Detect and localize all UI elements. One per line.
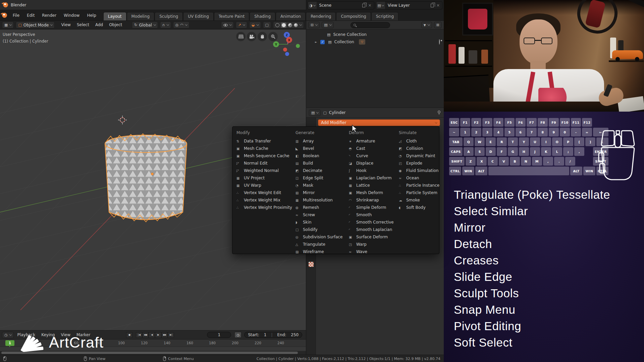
menu-item[interactable]: ◔Mask — [296, 182, 345, 189]
menu-item[interactable]: ◸Normal Edit — [236, 160, 291, 167]
snap-toggle[interactable]: ∩ — [160, 21, 171, 28]
viewport-menu-item[interactable]: View — [58, 21, 73, 28]
workspace-tab[interactable]: Texture Paint — [214, 12, 249, 21]
menu-item[interactable]: ◸Weighted Normal — [236, 167, 291, 174]
transport-button[interactable]: ◆▶ — [161, 332, 168, 338]
menu-item[interactable]: ◉Fluid Simulation — [399, 167, 439, 174]
menu-item[interactable]: ▣Laplacian Deform — [349, 174, 395, 182]
menu-item[interactable]: Window — [60, 10, 83, 21]
menu-item[interactable]: ◠Shrinkwrap — [349, 196, 395, 204]
menu-item[interactable]: ◎Subdivision Surface — [296, 233, 345, 241]
view-layer-selector[interactable]: ▤ View Layer × — [376, 1, 443, 9]
orientation-selector[interactable]: ↻Global — [132, 21, 158, 28]
menu-item[interactable]: ◳Warp — [349, 241, 395, 248]
timeline-editor-type-button[interactable]: ◷ — [2, 332, 14, 338]
toggle-perspective-button[interactable] — [236, 32, 246, 41]
new-collection-button[interactable]: ⊞ — [434, 22, 442, 28]
outliner-search-input[interactable] — [351, 22, 390, 28]
menu-item[interactable]: ☁Smoke — [399, 196, 439, 204]
collection-checkbox[interactable]: ✓ — [320, 40, 325, 44]
start-frame-field[interactable]: 1 — [264, 333, 267, 337]
end-frame-field[interactable]: 250 — [291, 333, 299, 337]
menu-item[interactable]: ▣Mesh Cache — [236, 145, 291, 152]
menu-item[interactable]: ◜Simple Deform — [349, 204, 395, 211]
gizmo-x-neg[interactable] — [283, 48, 287, 52]
workspace-tab[interactable]: Modeling — [127, 12, 155, 21]
playhead-badge[interactable]: 1 — [5, 340, 14, 346]
workspace-tab[interactable]: Sculpting — [155, 12, 183, 21]
menu-item[interactable]: ◿Cloth — [399, 137, 439, 145]
menu-item[interactable]: △Triangulate — [296, 241, 345, 248]
menu-item[interactable]: ▦Multiresolution — [296, 196, 345, 204]
menu-item[interactable]: □Solidify — [296, 226, 345, 233]
outliner-filter-type[interactable]: ▤ — [322, 22, 333, 28]
menu-item[interactable]: ◖Soft Body — [399, 204, 439, 211]
menu-item[interactable]: ◣Bevel — [296, 145, 345, 152]
workspace-tab[interactable]: UV Editing — [183, 12, 214, 21]
workspace-tab[interactable]: Rendering — [306, 12, 336, 21]
menu-item[interactable]: ▣Surface Deform — [349, 233, 395, 241]
menu-item[interactable]: ▧Mirror — [296, 189, 345, 196]
menu-item[interactable]: ▦UV Warp — [236, 182, 291, 189]
menu-item[interactable]: ◗Skin — [296, 219, 345, 226]
menu-item[interactable]: ◧Boolean — [296, 152, 345, 160]
menu-item[interactable]: ◜Smooth Corrective — [349, 219, 395, 226]
transport-button[interactable]: ▶| — [168, 332, 174, 338]
transport-button[interactable]: ◀ — [149, 332, 155, 338]
solid-shading-button[interactable] — [281, 22, 286, 28]
object-visibility-button[interactable] — [221, 21, 234, 28]
menu-item[interactable]: ◔Dynamic Paint — [399, 152, 439, 160]
menu-item[interactable]: ▣Mesh Sequence Cache — [236, 152, 291, 160]
menu-item[interactable]: ▥Array — [296, 137, 345, 145]
new-view-layer-icon[interactable] — [431, 4, 434, 7]
scene-collection-row[interactable]: ▤ Scene Collection — [306, 31, 444, 38]
close-icon[interactable]: × — [436, 3, 440, 8]
menu-item[interactable]: ∗Armature — [349, 137, 395, 145]
viewport-menu-item[interactable]: Add — [92, 21, 106, 28]
outliner-display-mode[interactable]: ⊟ — [308, 22, 320, 28]
menu-item[interactable]: ∴Vertex Weight Mix — [236, 196, 291, 204]
menu-item[interactable]: ◩Collision — [399, 145, 439, 152]
menu-item[interactable]: ʃHook — [349, 167, 395, 174]
menu-item[interactable]: ◰Explode — [399, 160, 439, 167]
proportional-edit-toggle[interactable]: ◎◠ — [173, 21, 190, 28]
workspace-tab[interactable]: Layout — [103, 12, 126, 21]
expand-arrow-icon[interactable]: ► — [315, 41, 317, 44]
menu-item[interactable]: ◜Smooth Laplacian — [349, 226, 395, 233]
outliner-filter-button[interactable]: ▼ — [421, 22, 432, 28]
new-scene-icon[interactable] — [362, 4, 365, 7]
menu-item[interactable]: ⇅Data Transfer — [236, 137, 291, 145]
record-button[interactable]: ● — [126, 332, 132, 338]
xray-toggle[interactable]: ▢ — [263, 21, 271, 28]
viewport-menu-item[interactable]: Object — [106, 21, 125, 28]
transport-button[interactable]: ◀◆ — [142, 332, 149, 338]
menu-item[interactable]: ▦UV Project — [236, 174, 291, 182]
menu-item[interactable]: ◝Curve — [349, 152, 395, 160]
wireframe-shading-button[interactable] — [275, 23, 279, 27]
editor-type-button[interactable]: ▦ — [2, 21, 14, 28]
close-icon[interactable]: × — [368, 3, 371, 8]
menu-item[interactable]: ▤Build — [296, 160, 345, 167]
menu-item[interactable]: ◪Displace — [349, 160, 395, 167]
cylinder-mesh[interactable] — [105, 134, 187, 222]
workspace-tab[interactable]: Scripting — [371, 12, 398, 21]
mode-selector[interactable]: ▢Object Mode — [16, 21, 55, 28]
collection-row[interactable]: ► ✓ ▤ Collection ▽ — [306, 38, 444, 46]
overlays-toggle[interactable]: ◒ — [249, 21, 261, 28]
tab-texture-properties[interactable] — [309, 262, 314, 267]
workspace-tab[interactable]: Animation — [276, 12, 306, 21]
rendered-shading-button[interactable] — [294, 23, 298, 27]
menu-item[interactable]: ∴Particle System — [399, 189, 439, 196]
menu-item[interactable]: ∴Particle Instance — [399, 182, 439, 189]
workspace-tab[interactable]: Shading — [250, 12, 275, 21]
menu-item[interactable]: File — [9, 10, 23, 21]
menu-item[interactable]: ◍Remesh — [296, 204, 345, 211]
navigation-gizmo[interactable]: Z X Y — [272, 30, 302, 60]
hide-in-viewport-toggle[interactable] — [439, 40, 440, 44]
scene-selector[interactable]: ◑ Scene × — [308, 1, 374, 9]
pin-icon[interactable] — [437, 110, 441, 115]
menu-item[interactable]: ▣Mesh Deform — [349, 189, 395, 196]
menu-item[interactable]: ≈Wave — [349, 248, 395, 255]
current-frame-field[interactable]: 1 — [207, 332, 231, 338]
menu-item[interactable]: ◓Cast — [349, 145, 395, 152]
